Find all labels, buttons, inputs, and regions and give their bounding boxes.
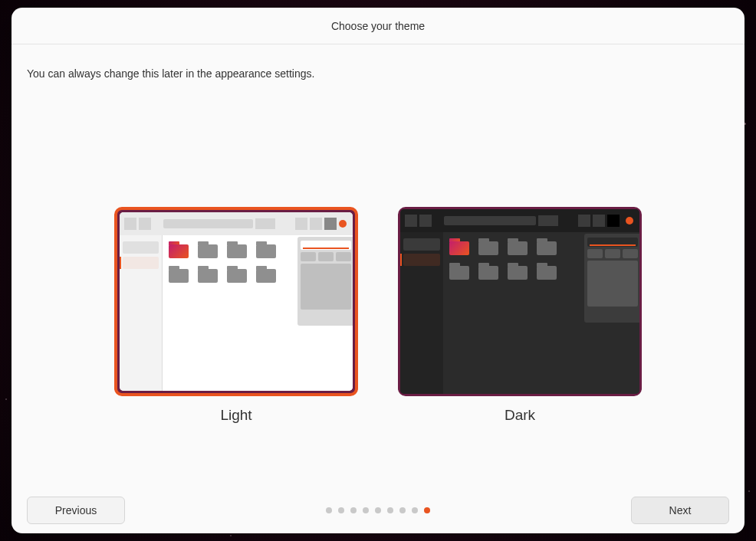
preview-file-grid <box>163 235 353 391</box>
pager-dot-1[interactable] <box>326 507 332 513</box>
theme-option-dark-label: Dark <box>505 407 535 424</box>
theme-options: Light <box>12 207 744 424</box>
folder-icon <box>478 263 498 280</box>
preview-sidebar <box>120 235 163 391</box>
pager-dot-6[interactable] <box>387 507 393 513</box>
theme-option-dark[interactable]: Dark <box>398 207 642 424</box>
folder-icon <box>198 241 218 258</box>
subtitle-text: You can always change this later in the … <box>27 67 729 80</box>
theme-preview-light-inner <box>120 212 353 391</box>
folder-icon <box>169 241 189 258</box>
folder-icon <box>478 238 498 255</box>
footer: Previous Next <box>12 487 744 533</box>
preview-toolbar <box>120 212 353 235</box>
header: Choose your theme <box>12 8 744 44</box>
pager-dot-4[interactable] <box>363 507 369 513</box>
theme-preview-dark-inner <box>400 209 639 394</box>
folder-icon <box>537 238 557 255</box>
next-button[interactable]: Next <box>631 497 729 524</box>
theme-preview-light[interactable] <box>114 207 358 396</box>
preview-context-menu <box>297 237 353 326</box>
pager-dot-8[interactable] <box>412 507 418 513</box>
previous-button[interactable]: Previous <box>27 497 125 524</box>
theme-preview-dark[interactable] <box>398 207 642 396</box>
preview-toolbar <box>400 209 639 232</box>
preview-sidebar <box>400 232 443 394</box>
folder-icon <box>449 263 469 280</box>
pager-dots <box>326 507 430 513</box>
folder-icon <box>537 263 557 280</box>
pager-dot-2[interactable] <box>338 507 344 513</box>
theme-option-light-label: Light <box>220 407 251 424</box>
folder-icon <box>508 238 528 255</box>
folder-icon <box>227 266 247 283</box>
pager-dot-9[interactable] <box>424 507 430 513</box>
theme-option-light[interactable]: Light <box>114 207 358 424</box>
window-close-icon <box>626 217 633 225</box>
body: You can always change this later in the … <box>12 44 744 487</box>
folder-icon <box>508 263 528 280</box>
folder-icon <box>256 266 276 283</box>
folder-icon <box>198 266 218 283</box>
pager-dot-3[interactable] <box>350 507 357 513</box>
folder-icon <box>227 241 247 258</box>
folder-icon <box>449 238 469 255</box>
pager-dot-5[interactable] <box>375 507 381 513</box>
folder-icon <box>256 241 276 258</box>
window-close-icon <box>339 220 347 228</box>
preview-context-menu <box>584 234 639 323</box>
pager-dot-7[interactable] <box>399 507 406 513</box>
folder-icon <box>169 266 189 283</box>
setup-wizard-card: Choose your theme You can always change … <box>12 8 744 533</box>
page-title: Choose your theme <box>331 20 425 32</box>
preview-file-grid <box>443 232 639 394</box>
